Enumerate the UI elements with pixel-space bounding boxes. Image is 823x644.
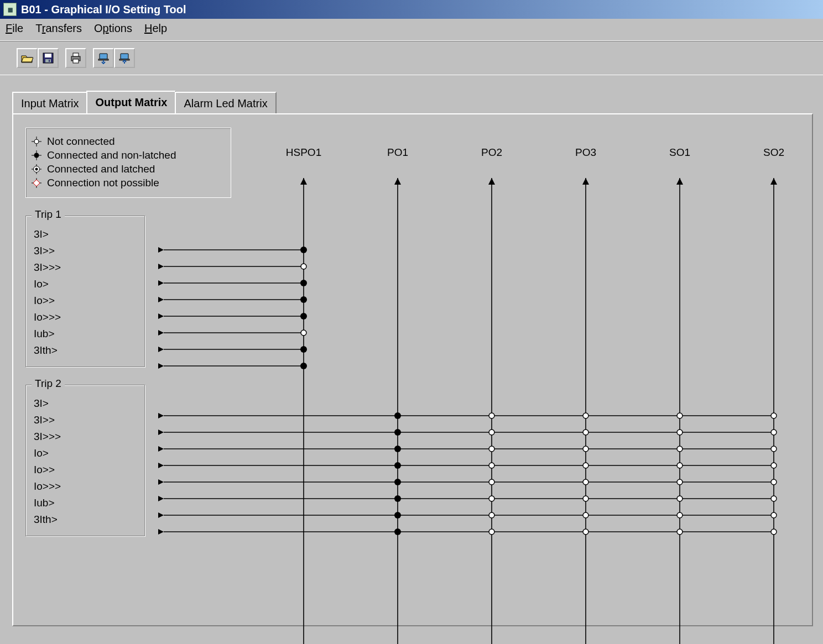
- matrix-node[interactable]: [300, 363, 307, 369]
- signal-label: Iub>: [34, 326, 139, 342]
- matrix-node[interactable]: [771, 479, 777, 485]
- matrix-node[interactable]: [677, 430, 683, 435]
- matrix-node[interactable]: [300, 346, 307, 353]
- download-button[interactable]: [93, 48, 114, 68]
- matrix-node[interactable]: [489, 529, 494, 535]
- column-label: PO1: [387, 146, 408, 158]
- svg-point-67: [489, 529, 494, 535]
- arrow-right-icon: [158, 297, 164, 302]
- matrix-node[interactable]: [489, 446, 494, 452]
- svg-point-31: [394, 412, 401, 419]
- matrix-node[interactable]: [489, 479, 494, 485]
- svg-point-53: [583, 479, 588, 485]
- tab-output-matrix[interactable]: Output Matrix: [86, 91, 176, 113]
- matrix-canvas[interactable]: HSPO1PO1PO2PO3SO1SO2: [157, 156, 806, 644]
- arrow-right-icon: [158, 330, 164, 336]
- svg-point-56: [394, 495, 401, 502]
- matrix-node[interactable]: [394, 528, 401, 535]
- matrix-node[interactable]: [677, 463, 683, 468]
- svg-point-40: [771, 430, 777, 435]
- matrix-node[interactable]: [583, 463, 588, 468]
- matrix-node[interactable]: [677, 529, 683, 535]
- matrix-node[interactable]: [771, 463, 777, 468]
- matrix-node[interactable]: [771, 496, 777, 501]
- matrix-node[interactable]: [301, 330, 306, 336]
- matrix-node[interactable]: [489, 463, 494, 468]
- matrix-node[interactable]: [301, 264, 306, 269]
- matrix-node[interactable]: [300, 296, 307, 303]
- menu-options[interactable]: Options: [94, 22, 132, 35]
- legend-latched-label: Connected and latched: [47, 163, 155, 175]
- svg-point-29: [300, 346, 307, 353]
- svg-point-38: [583, 430, 588, 435]
- matrix-node[interactable]: [771, 430, 777, 435]
- matrix-node[interactable]: [583, 446, 588, 452]
- matrix-node[interactable]: [677, 446, 683, 452]
- matrix-node[interactable]: [771, 512, 777, 518]
- menu-transfers[interactable]: Transfers: [35, 22, 82, 35]
- matrix-node[interactable]: [394, 479, 401, 485]
- matrix-node[interactable]: [489, 413, 494, 418]
- matrix-node[interactable]: [771, 446, 777, 452]
- svg-point-37: [489, 430, 494, 435]
- matrix-node[interactable]: [489, 430, 494, 435]
- matrix-node[interactable]: [394, 462, 401, 469]
- matrix-node[interactable]: [583, 479, 588, 485]
- column-label: HSPO1: [286, 146, 321, 158]
- matrix-node[interactable]: [677, 496, 683, 501]
- matrix-node[interactable]: [583, 512, 588, 518]
- matrix-node[interactable]: [394, 512, 401, 519]
- matrix-node[interactable]: [300, 280, 307, 286]
- matrix-node[interactable]: [583, 430, 588, 435]
- app-icon: ▦: [3, 3, 17, 16]
- arrow-right-icon: [158, 512, 164, 518]
- matrix-node[interactable]: [583, 496, 588, 501]
- matrix-node[interactable]: [489, 512, 494, 518]
- matrix-node[interactable]: [771, 529, 777, 535]
- arrow-right-icon: [158, 430, 164, 435]
- group-trip-2: Trip 23I>3I>>3I>>>Io>Io>>Io>>>Iub>3Ith>: [25, 385, 145, 536]
- arrow-right-icon: [158, 280, 164, 286]
- matrix-node[interactable]: [677, 479, 683, 485]
- tab-input-matrix[interactable]: Input Matrix: [12, 92, 87, 113]
- matrix-node[interactable]: [489, 496, 494, 501]
- arrow-right-icon: [158, 413, 164, 418]
- svg-point-13: [34, 139, 39, 144]
- tab-alarm-led-matrix[interactable]: Alarm Led Matrix: [175, 92, 276, 113]
- signal-label: Io>>>: [34, 478, 139, 495]
- svg-point-69: [677, 529, 683, 535]
- menu-file[interactable]: File: [6, 22, 23, 35]
- svg-point-58: [583, 496, 588, 501]
- matrix-node[interactable]: [300, 247, 307, 253]
- group-title: Trip 1: [32, 208, 65, 221]
- upload-button[interactable]: [114, 48, 135, 68]
- svg-point-68: [583, 529, 588, 535]
- legend-non-latched-icon: [32, 150, 41, 160]
- arrow-up-icon: [582, 178, 589, 185]
- window-title: B01 - Graphical I/O Setting Tool: [21, 3, 186, 16]
- matrix-node[interactable]: [394, 446, 401, 452]
- signal-label: 3I>>: [34, 412, 139, 428]
- matrix-node[interactable]: [394, 429, 401, 436]
- matrix-node[interactable]: [677, 413, 683, 418]
- signal-label: 3Ith>: [34, 342, 139, 359]
- svg-rect-7: [100, 54, 107, 59]
- open-icon: [21, 53, 33, 64]
- matrix-node[interactable]: [583, 529, 588, 535]
- column-label: PO3: [575, 146, 596, 158]
- column-label: SO1: [669, 146, 690, 158]
- signal-label: Io>: [34, 445, 139, 462]
- open-button[interactable]: [17, 48, 38, 68]
- arrow-right-icon: [158, 313, 164, 319]
- column-label: SO2: [763, 146, 784, 158]
- matrix-node[interactable]: [300, 313, 307, 320]
- menu-help[interactable]: Help: [144, 22, 167, 35]
- matrix-node[interactable]: [394, 412, 401, 419]
- save-button[interactable]: [38, 48, 59, 68]
- print-icon: [70, 53, 82, 64]
- matrix-node[interactable]: [677, 512, 683, 518]
- matrix-node[interactable]: [771, 413, 777, 418]
- print-button[interactable]: [65, 48, 86, 68]
- matrix-node[interactable]: [583, 413, 588, 418]
- matrix-node[interactable]: [394, 495, 401, 502]
